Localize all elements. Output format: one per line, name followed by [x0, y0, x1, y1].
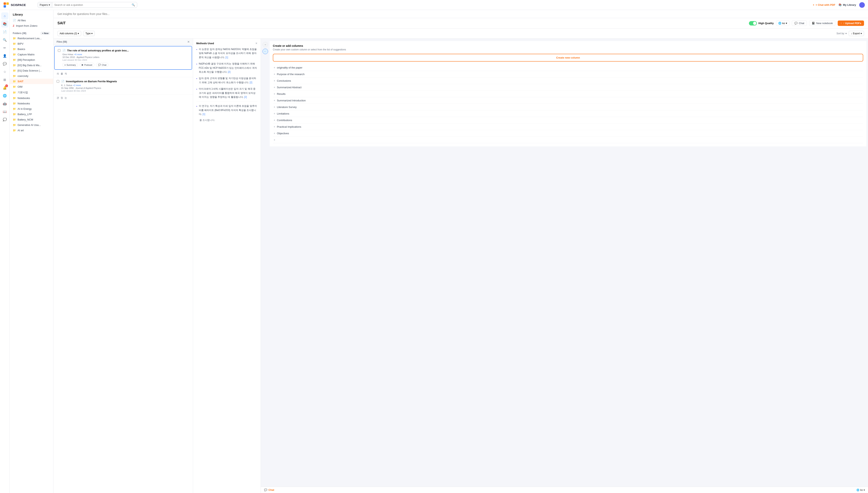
nav-book[interactable]: 📖: [1, 108, 8, 115]
chat-lang-button[interactable]: 🌐 ko ▾: [856, 489, 865, 491]
user-avatar[interactable]: [859, 2, 865, 8]
nav-library[interactable]: 📚: [1, 20, 8, 27]
sidebar-folder-battery-ncm[interactable]: 📁 Battery_NCM: [9, 117, 53, 122]
language-button[interactable]: 🌐 ko ▾: [776, 21, 789, 26]
addcol-suggestion[interactable]: + Summarized Abstract: [273, 84, 863, 91]
search-button[interactable]: 🔍: [130, 2, 137, 7]
sidebar-folder-datascience[interactable]: 📁 [01] Data Science (...: [9, 68, 53, 73]
chat-button[interactable]: 💬 Chat: [792, 21, 807, 26]
insights-input[interactable]: [57, 12, 864, 16]
file-checkbox[interactable]: [57, 80, 59, 83]
file-row[interactable]: 📄 The role of local anisotropy profiles …: [54, 46, 192, 70]
nav-layers[interactable]: ⊞: [1, 76, 8, 83]
files-column-close[interactable]: ✕: [187, 40, 190, 43]
summary-pill[interactable]: ≡ Summary: [62, 63, 78, 67]
addcol-suggestion[interactable]: + Limitations: [273, 110, 863, 117]
upload-pdfs-button[interactable]: ↑ ↑ Upload PDFs: [838, 21, 864, 26]
new-folder-button[interactable]: + New: [40, 32, 50, 35]
ref-link[interactable]: [1]: [203, 113, 205, 115]
methods-close-button[interactable]: ✕: [255, 42, 258, 45]
folder-icon: 📁: [13, 80, 16, 83]
nav-search[interactable]: 🔍: [1, 36, 8, 43]
folder-icon: 📁: [13, 53, 16, 56]
ref-link[interactable]: [2]: [244, 95, 247, 99]
nav-star[interactable]: ☆: [1, 68, 8, 75]
export-button[interactable]: ↓ Export ▾: [849, 31, 864, 36]
create-column-button[interactable]: Create new column: [273, 54, 863, 62]
chat-footer-button[interactable]: 💬 Chat: [264, 488, 274, 491]
nav-left-arrow[interactable]: ←: [262, 49, 268, 54]
addcol-suggestion[interactable]: + Contributions: [273, 117, 863, 124]
methods-text: 이 연구는 자기 특성과 미세 입자 이론에 초점을 맞추어 바륨 페라이트 (…: [199, 104, 258, 116]
addcol-suggestion[interactable]: + Results: [273, 91, 863, 97]
nav-documents[interactable]: 📄: [1, 28, 8, 36]
table-toolbar: Add columns (2) ▾ Type ▾ Sort by: ▾ ↓ Ex…: [54, 28, 868, 39]
addcol-suggestion[interactable]: +: [273, 137, 863, 143]
plus-icon: +: [274, 72, 275, 76]
chat-pill[interactable]: 💬 Chat: [96, 63, 108, 67]
nav-robot[interactable]: 🤖: [1, 100, 8, 107]
app-name: SCISPACE: [11, 3, 26, 6]
nav-chat[interactable]: 💬: [1, 60, 8, 67]
high-quality-toggle[interactable]: High Quality: [749, 21, 774, 25]
search-input[interactable]: [52, 2, 130, 7]
search-dropdown[interactable]: Papers ▾: [38, 2, 52, 7]
add-columns-button[interactable]: Add columns (2) ▾: [57, 31, 81, 36]
my-library-button[interactable]: 📚 My Library: [839, 3, 856, 6]
files-count: Files (58): [57, 40, 187, 43]
app-logo[interactable]: SCISPACE: [3, 2, 35, 8]
import-zotero-label: Import from Zotero: [16, 24, 38, 27]
addcol-suggestion[interactable]: + Summarized Introduction: [273, 97, 863, 104]
chat-with-pdf-button[interactable]: + + Chat with PDF: [813, 3, 835, 6]
nav-and-addcols: → ← Create or add columns Create your ow…: [261, 39, 868, 149]
nav-home[interactable]: ⌂: [1, 12, 8, 20]
addcol-suggestion[interactable]: + Practical Implications: [273, 124, 863, 130]
nav-pencil[interactable]: ✏: [1, 44, 8, 51]
ref-link[interactable]: [2]: [250, 81, 252, 84]
sidebar-folder-generative-ai[interactable]: 📁 Generative AI Usa...: [9, 122, 53, 128]
sidebar-folder-coercivity[interactable]: 📁 coercivity: [9, 73, 53, 79]
addcol-suggestion[interactable]: + Objectives: [273, 130, 863, 137]
ref-link[interactable]: [1]: [225, 56, 228, 59]
nav-support[interactable]: 💭: [1, 116, 8, 123]
globe-icon: 🌐: [856, 489, 860, 491]
sidebar-folder-sait[interactable]: 📁 SAIT: [9, 79, 53, 84]
addcol-suggestion[interactable]: + Literature Survey: [273, 104, 863, 110]
new-notebook-button[interactable]: 📓 New notebook: [809, 21, 835, 26]
chevron-down-icon: ▾: [92, 32, 93, 35]
ref-link[interactable]: [2]: [228, 70, 230, 73]
nav-notifications[interactable]: 🔔99: [1, 84, 8, 91]
addcol-suggestion[interactable]: + Conclusions: [273, 78, 863, 84]
nav-globe[interactable]: 🌐: [1, 92, 8, 99]
sidebar-folder-notebooks2[interactable]: 📁 Notebooks: [9, 101, 53, 106]
sidebar-folder-bigdata[interactable]: 📁 [02] Big Data & Ma...: [9, 63, 53, 68]
file-row[interactable]: 📄 Investigations on Barium Ferrite Magne…: [54, 77, 193, 94]
folder-label: Notebooks: [18, 102, 30, 105]
file-checkbox[interactable]: [58, 49, 60, 52]
partial-korean: 를 조사합니다.: [199, 119, 258, 122]
sidebar-folder-ai-energy[interactable]: 📁 AI in Energy: [9, 106, 53, 111]
type-filter-button[interactable]: Type ▾: [83, 31, 95, 36]
folder-label: Notebooks: [18, 97, 30, 100]
addcol-suggestion[interactable]: + originality of the paper: [273, 64, 863, 71]
chevron-down-icon: ▾: [786, 22, 787, 25]
sidebar-folder-oim[interactable]: 📁 OIM: [9, 84, 53, 89]
sidebar-folder-perception[interactable]: 📁 [06] Perception: [9, 57, 53, 63]
sidebar-folder-notebooks1[interactable]: 📁 Notebooks: [9, 95, 53, 101]
addcol-suggestion[interactable]: + Purpose of the research: [273, 71, 863, 78]
nav-right-arrow[interactable]: →: [262, 42, 268, 47]
chevron-down-icon: ▾: [846, 32, 847, 35]
sidebar-folder-battery-lfp[interactable]: 📁 Battery_LFP: [9, 111, 53, 117]
chevron-down-icon: ▾: [78, 32, 79, 35]
nav-users[interactable]: 👤: [1, 52, 8, 59]
sort-by-button[interactable]: Sort by: ▾: [836, 32, 847, 35]
sidebar-folder-basics[interactable]: 📁 Basics: [9, 46, 53, 52]
sidebar-folder-bipv[interactable]: 📁 BIPV: [9, 41, 53, 46]
sidebar-folder-reinforcement[interactable]: 📁 Reinforcement Lea...: [9, 36, 53, 41]
podcast-pill[interactable]: ▶ Podcast: [80, 63, 94, 67]
sidebar-item-import-zotero[interactable]: Z Import from Zotero: [9, 23, 53, 28]
sidebar-folder-ai-art[interactable]: 📁 AI art: [9, 128, 53, 133]
sidebar-item-all-files[interactable]: 📄 All files: [9, 18, 53, 23]
sidebar-folder-capture-matrix[interactable]: 📁 Capture Matrix: [9, 52, 53, 57]
sidebar-folder-gisaup[interactable]: 📁 기본사업: [9, 89, 53, 95]
